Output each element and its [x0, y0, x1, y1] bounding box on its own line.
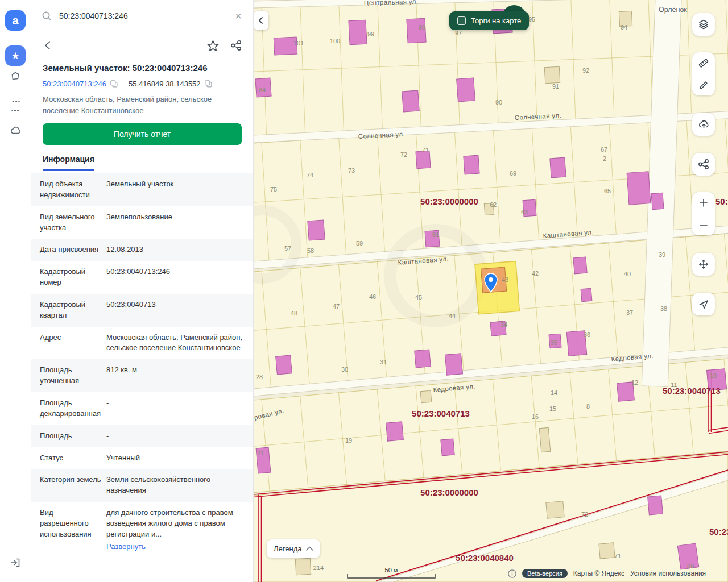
- favorite-button[interactable]: [207, 40, 219, 52]
- ruler-icon: [698, 57, 709, 69]
- upload-cloud-icon: [698, 119, 710, 130]
- info-row-value: 50:23:0040713:246: [106, 267, 253, 288]
- svg-text:43: 43: [502, 276, 508, 283]
- star-icon: ★: [11, 50, 19, 62]
- map-canvas[interactable]: 1011009998979594929190847271747375696726…: [254, 0, 728, 582]
- copy-icon[interactable]: [110, 80, 118, 88]
- share-button[interactable]: [230, 40, 242, 51]
- svg-text:50:23:0040840: 50:23:0040840: [456, 553, 514, 563]
- rail-cloud-button[interactable]: [5, 120, 26, 141]
- info-row-label: Кадастровый квартал: [31, 300, 106, 321]
- zoom-group: [692, 192, 715, 235]
- edit-tools-group: [692, 52, 715, 95]
- svg-text:35: 35: [551, 339, 557, 346]
- app-logo-letter: a: [12, 14, 19, 27]
- chevron-up-icon: [306, 546, 313, 551]
- selected-parcel: [475, 261, 519, 314]
- torgi-label: Торги на карте: [471, 16, 521, 25]
- upload-button[interactable]: [692, 113, 715, 136]
- icon-rail: a ★: [0, 0, 31, 582]
- map-area[interactable]: 1011009998979594929190847271747375696726…: [254, 0, 728, 582]
- layers-button[interactable]: [692, 13, 715, 36]
- app-logo[interactable]: a: [5, 10, 26, 31]
- info-row-value: Землепользование: [106, 212, 253, 234]
- clear-search-button[interactable]: ×: [234, 10, 243, 23]
- share-icon: [698, 159, 709, 170]
- terms-link[interactable]: Условия использования: [630, 569, 706, 577]
- info-row-label: Площадь: [31, 431, 106, 442]
- svg-text:63: 63: [521, 209, 528, 215]
- collapse-panel-button[interactable]: [254, 11, 268, 30]
- expand-link[interactable]: Развернуть: [106, 542, 146, 552]
- search-input[interactable]: 50:23:0040713:246: [59, 11, 227, 20]
- pencil-icon: [698, 80, 709, 91]
- get-report-button[interactable]: Получить отчет: [43, 123, 242, 145]
- legend-button[interactable]: Легенда: [267, 539, 320, 558]
- svg-text:10: 10: [710, 372, 717, 379]
- chips-row: 50:23:0040713:246 55.416849 38.143552: [43, 80, 242, 88]
- svg-text:50:23:0040713: 50:23:0040713: [663, 386, 721, 396]
- torgi-toggle[interactable]: Торги на карте: [449, 11, 529, 30]
- info-row: АдресМосковская область, Раменский район…: [31, 327, 253, 360]
- svg-text:214: 214: [313, 564, 324, 571]
- svg-text:30: 30: [341, 366, 348, 373]
- back-button[interactable]: [43, 40, 54, 51]
- rail-rect-select-button[interactable]: [5, 95, 26, 116]
- yandex-copyright-link[interactable]: Карты © Яндекс: [573, 569, 624, 577]
- zoom-out-button[interactable]: [692, 214, 715, 235]
- rail-favorites-button[interactable]: ★: [5, 45, 26, 66]
- info-row: Площадь декларированная-: [31, 392, 253, 425]
- info-row-label: Статус: [31, 453, 106, 464]
- svg-text:50:23:0000000: 50:23:0000000: [420, 197, 478, 206]
- svg-text:84: 84: [259, 86, 266, 93]
- map-share-button[interactable]: [692, 153, 715, 176]
- coordinates-chip[interactable]: 55.416849 38.143552: [129, 80, 213, 88]
- svg-text:38: 38: [660, 305, 667, 312]
- chevron-left-icon: [43, 40, 54, 51]
- info-row-label: Площадь уточненная: [31, 365, 106, 386]
- svg-text:94: 94: [621, 24, 627, 31]
- svg-text:19: 19: [345, 437, 352, 444]
- draw-button[interactable]: [692, 74, 715, 95]
- svg-text:62: 62: [490, 201, 497, 208]
- svg-text:97: 97: [455, 30, 462, 36]
- svg-text:99: 99: [367, 31, 374, 38]
- svg-text:39: 39: [659, 251, 665, 258]
- svg-text:61: 61: [432, 231, 439, 238]
- info-row: Вид разрешенного использованиядля дачног…: [31, 502, 253, 558]
- pan-button[interactable]: [692, 253, 715, 276]
- locate-button[interactable]: [692, 293, 715, 315]
- star-outline-icon: [207, 40, 219, 52]
- info-row-label: Вид земельного участка: [31, 212, 106, 234]
- search-bar[interactable]: 50:23:0040713:246 ×: [31, 0, 253, 32]
- locate-arrow-icon: [698, 298, 709, 310]
- rail-area-select-button[interactable]: [5, 66, 26, 86]
- beta-badge: Beta-версия: [522, 569, 568, 578]
- svg-text:72: 72: [400, 151, 407, 158]
- info-icon[interactable]: [508, 569, 516, 578]
- cadastral-number-text: 50:23:0040713:246: [43, 80, 106, 88]
- svg-text:40: 40: [624, 271, 631, 277]
- info-row: Вид объекта недвижимостиЗемельный участо…: [31, 173, 253, 206]
- info-row-label: Вид объекта недвижимости: [31, 179, 106, 201]
- info-row-label: Вид разрешенного использования: [31, 508, 106, 552]
- svg-text:2: 2: [603, 155, 606, 162]
- svg-text:36: 36: [584, 331, 590, 338]
- svg-text:69: 69: [510, 170, 516, 177]
- cadastral-number-chip[interactable]: 50:23:0040713:246: [43, 80, 118, 88]
- tab-information[interactable]: Информация: [43, 155, 94, 171]
- info-row: Площадь-: [31, 425, 253, 447]
- measure-button[interactable]: [692, 52, 715, 74]
- torgi-checkbox[interactable]: [457, 16, 466, 25]
- scale-label: 50 м: [347, 567, 436, 573]
- info-row-label: Кадастровый номер: [31, 267, 106, 288]
- map-toolbar: [692, 13, 715, 315]
- zoom-in-button[interactable]: [692, 192, 715, 214]
- svg-text:34: 34: [500, 321, 507, 328]
- info-row-value: -: [106, 431, 253, 442]
- rail-exit-button[interactable]: [5, 552, 26, 573]
- minus-icon: [698, 219, 709, 231]
- copy-icon[interactable]: [204, 80, 213, 88]
- svg-text:15: 15: [549, 405, 556, 412]
- info-row: Вид земельного участкаЗемлепользование: [31, 206, 253, 239]
